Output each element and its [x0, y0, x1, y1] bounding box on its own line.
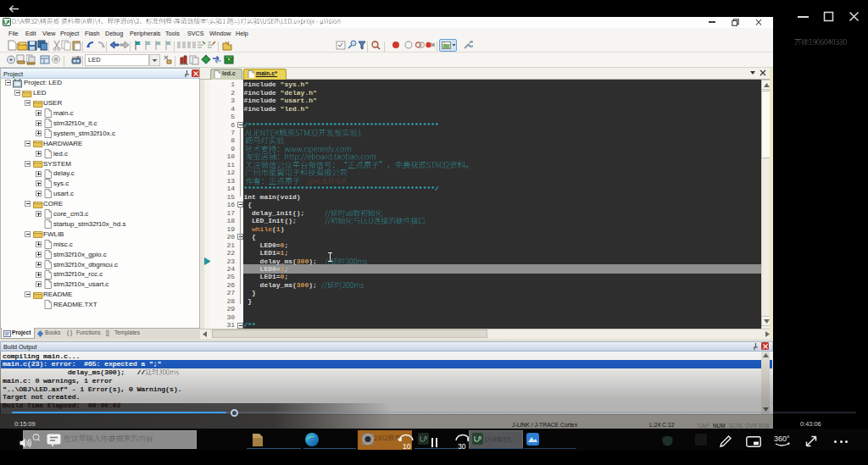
- svg-text:30: 30: [458, 442, 466, 451]
- svg-text:360°: 360°: [774, 435, 790, 443]
- svg-text:LOAD: LOAD: [72, 55, 81, 59]
- svg-text:10: 10: [403, 442, 411, 451]
